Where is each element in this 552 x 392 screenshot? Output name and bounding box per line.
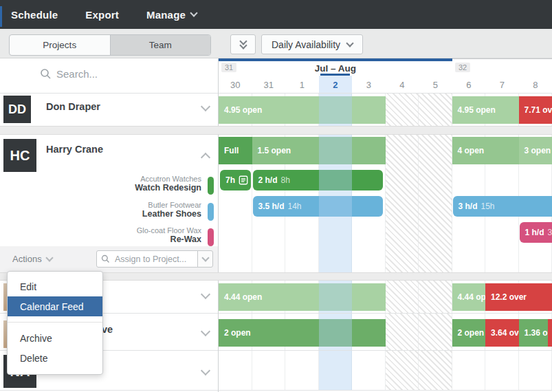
task-total-hours: 3h [548, 228, 552, 237]
person-name: Harry Crane [46, 144, 103, 155]
menu-item-edit[interactable]: Edit [8, 276, 102, 296]
tab-projects[interactable]: Projects [10, 35, 110, 55]
availability-bar[interactable]: 2 open [219, 319, 386, 347]
project-name: Re-Wax [0, 235, 201, 244]
overtime-bar[interactable]: 12.2 over [485, 283, 552, 311]
availability-label: 1.5 open [258, 146, 291, 155]
assign-to-project-input[interactable] [113, 254, 197, 265]
timeline-cells[interactable]: 4.44 open 4.44 open 12.2 over [219, 281, 552, 313]
day-cell-today[interactable]: 2 [319, 76, 353, 94]
nav-schedule[interactable]: Schedule [11, 9, 58, 21]
project-color-pill [208, 203, 214, 221]
menu-item-calendar-feed[interactable]: Calendar Feed [8, 296, 102, 316]
day-cell[interactable]: 31 [252, 76, 286, 94]
top-nav: Schedule Export Manage [0, 0, 552, 29]
header-divider [0, 93, 552, 94]
schedule-app: Schedule Export Manage Projects Team Dai… [0, 0, 552, 392]
task-bar-watch-redesign-7h[interactable]: 7h [220, 170, 251, 190]
actions-dropdown[interactable]: Actions [12, 254, 52, 264]
availability-bar[interactable]: 4.44 open [219, 283, 386, 311]
collapse-all-button[interactable] [230, 34, 256, 54]
overtime-bar[interactable]: 3.64 over [485, 319, 519, 347]
chevron-down-icon[interactable] [201, 366, 210, 375]
chevron-down-icon [201, 254, 209, 261]
day-cell[interactable]: 6 [452, 76, 486, 94]
person-name: Don Draper [46, 101, 100, 112]
today-column-highlight [319, 351, 353, 390]
availability-bar[interactable]: 4 open [452, 137, 519, 164]
availability-label: 4.44 open [458, 292, 486, 302]
overtime-bar[interactable]: 7.71 over [519, 96, 552, 124]
availability-label: 4.44 open [224, 292, 262, 302]
menu-item-archive[interactable]: Archive [8, 328, 102, 348]
weekend-hatch [386, 94, 452, 126]
task-hours: 7h [225, 175, 235, 185]
task-bar-leather-shoes[interactable]: 3.5 h/d 14h [253, 196, 383, 217]
chevron-down-icon[interactable] [201, 327, 210, 336]
availability-label: 4.95 open [458, 105, 496, 115]
person-name-fragment: ve [102, 324, 113, 335]
day-cell[interactable]: 4 [386, 76, 419, 94]
timeline-cells[interactable]: 2 open 2 open 3.64 over 1.36 open [219, 314, 552, 350]
day-cell[interactable]: 7 [485, 76, 519, 94]
actions-label: Actions [12, 254, 42, 264]
availability-bar-full[interactable]: Full [219, 137, 252, 164]
weekend-hatch [386, 281, 452, 313]
overtime-bar[interactable] [548, 319, 552, 347]
task-bar-re-wax[interactable]: 1 h/d 3h [520, 222, 552, 243]
overtime-label: 7.71 over [525, 105, 552, 115]
chevron-down-icon[interactable] [201, 102, 210, 111]
weekend-hatch [386, 135, 452, 272]
day-cell[interactable]: 30 [219, 76, 252, 94]
project-color-pill [208, 228, 214, 246]
note-icon [239, 175, 248, 185]
toolbar: Projects Team Daily Availability [0, 29, 552, 58]
nav-manage-label: Manage [146, 9, 186, 21]
panel-divider [218, 29, 219, 392]
day-cell[interactable]: 1 [285, 76, 319, 94]
view-mode-dropdown[interactable]: Daily Availability [261, 34, 363, 54]
menu-item-delete[interactable]: Delete [8, 348, 102, 368]
nav-export-label: Export [85, 9, 119, 21]
availability-bar[interactable]: 1.36 open [519, 319, 549, 347]
avatar[interactable]: HC [3, 139, 36, 172]
search-icon [40, 68, 52, 80]
nav-manage[interactable]: Manage [146, 9, 197, 21]
timeline-cells[interactable]: 4.95 open 4.95 open 7.71 over [219, 94, 552, 126]
window-edge-accent [0, 6, 2, 27]
person-row-don-draper: DD Don Draper 4.95 open 4.95 open 7.71 o… [0, 94, 552, 126]
day-numbers-row: 30 31 1 2 3 4 5 6 7 8 [219, 76, 552, 94]
project-label-leather-shoes[interactable]: Butler Footwear Leather Shoes [0, 201, 201, 219]
chevron-up-icon[interactable] [201, 153, 210, 162]
availability-bar[interactable]: 4.95 open [219, 96, 386, 124]
tab-team[interactable]: Team [110, 35, 211, 55]
assign-dropdown-button[interactable] [197, 250, 213, 268]
availability-bar[interactable]: 2 open [452, 319, 486, 347]
availability-label: 3 open [525, 146, 551, 155]
day-cell[interactable]: 3 [352, 76, 386, 94]
project-name: Leather Shoes [0, 210, 201, 219]
actions-context-menu: Edit Calendar Feed Archive Delete [7, 271, 103, 375]
task-bar-watch-redesign[interactable]: 2 h/d 8h [253, 170, 383, 190]
task-total-hours: 15h [481, 202, 495, 211]
nav-export[interactable]: Export [85, 9, 119, 21]
section-gap [0, 126, 552, 135]
avatar[interactable]: DD [3, 96, 31, 123]
search-input[interactable] [55, 67, 202, 80]
availability-bar[interactable]: 3 open [519, 137, 552, 164]
availability-bar[interactable]: 4.44 open [452, 283, 486, 311]
availability-bar[interactable]: 1.5 open [252, 137, 386, 164]
timeline-cells[interactable]: Full 1.5 open 4 open 3 open 7h 2 h/d 8h … [219, 135, 552, 272]
chevron-down-icon[interactable] [201, 290, 210, 299]
task-total-hours: 14h [288, 202, 302, 211]
task-total-hours: 8h [281, 175, 290, 185]
project-label-watch-redesign[interactable]: Accutron Watches Watch Redesign [0, 175, 201, 193]
week-number-badge: 32 [455, 63, 470, 72]
project-label-re-wax[interactable]: Glo-coat Floor Wax Re-Wax [0, 226, 201, 244]
availability-bar[interactable]: 4.95 open [452, 96, 519, 124]
day-cell[interactable]: 8 [519, 76, 552, 94]
day-cell[interactable]: 5 [419, 76, 452, 94]
task-bar-leather-shoes[interactable]: 3 h/d 15h [453, 196, 552, 217]
timeline-cells[interactable] [219, 351, 552, 390]
overtime-label: 3.64 over [491, 328, 519, 338]
